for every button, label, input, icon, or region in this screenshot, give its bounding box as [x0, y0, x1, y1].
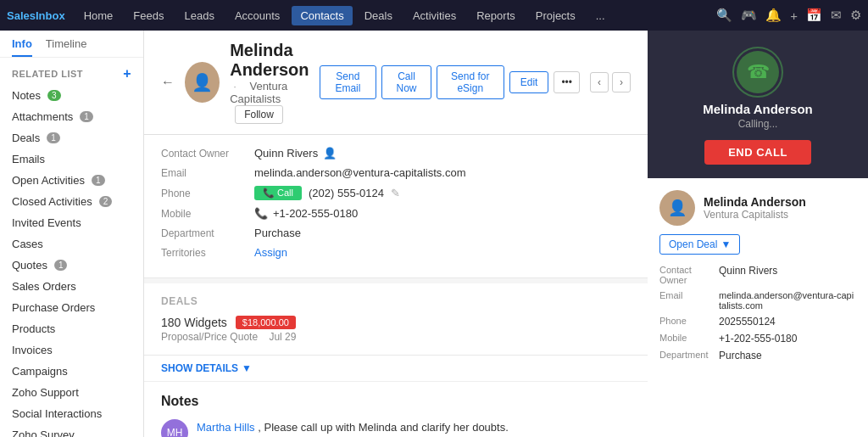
end-call-button[interactable]: END CALL: [704, 140, 811, 165]
related-list-title: RELATED LIST +: [0, 58, 143, 85]
sidebar-item-open-activities[interactable]: Open Activities 1: [0, 170, 143, 191]
top-navigation: SalesInbox Home Feeds Leads Accounts Con…: [0, 0, 868, 31]
phone-label: Phone: [161, 188, 254, 199]
sidebar-item-cases[interactable]: Cases: [0, 233, 143, 255]
department-label: Department: [161, 227, 254, 239]
territories-assign-link[interactable]: Assign: [254, 246, 287, 259]
card-phone-label: Phone: [659, 316, 719, 328]
contact-owner-row: Contact Owner Quinn Rivers 👤: [161, 147, 631, 160]
department-value: Purchase: [254, 227, 301, 239]
add-related-icon[interactable]: +: [123, 66, 131, 81]
nav-contacts[interactable]: Contacts: [292, 6, 352, 25]
card-email-value: melinda.anderson@ventura-capitalists.com: [719, 290, 856, 311]
back-button[interactable]: ←: [161, 75, 175, 90]
note-author-link-1[interactable]: Martha Hills: [197, 421, 255, 434]
notes-section: Notes MH Martha Hills , Please call up w…: [144, 382, 648, 437]
email-icon[interactable]: ✉: [831, 8, 842, 23]
bell-icon[interactable]: 🔔: [765, 8, 782, 23]
call-now-button[interactable]: Call Now: [381, 65, 431, 99]
sidebar-item-emails[interactable]: Emails: [0, 148, 143, 170]
contact-owner-value: Quinn Rivers: [254, 147, 318, 160]
contact-name-area: Melinda Anderson · Ventura Capitalists F…: [230, 41, 309, 124]
more-options-button[interactable]: •••: [554, 71, 580, 93]
sidebar-item-products[interactable]: Products: [0, 318, 143, 339]
contact-card: 👤 Melinda Anderson Ventura Capitalists O…: [648, 178, 868, 437]
calling-contact-name: Melinda Anderson: [703, 102, 812, 116]
territories-row: Territories Assign: [161, 246, 631, 259]
nav-accounts[interactable]: Accounts: [226, 6, 288, 25]
card-owner-label: Contact Owner: [659, 265, 719, 285]
contact-company: Ventura Capitalists: [230, 80, 287, 105]
search-icon[interactable]: 🔍: [716, 8, 732, 23]
sidebar-item-deals[interactable]: Deals 1: [0, 127, 143, 148]
sidebar-item-zoho-support[interactable]: Zoho Support: [0, 382, 143, 403]
sidebar-item-attachments[interactable]: Attachments 1: [0, 106, 143, 127]
mobile-call-icon: 📞: [254, 207, 268, 220]
sidebar-item-quotes[interactable]: Quotes 1: [0, 255, 143, 276]
attachments-badge: 1: [80, 111, 93, 122]
nav-leads[interactable]: Leads: [175, 6, 222, 25]
contact-avatar: 👤: [185, 62, 220, 103]
contact-details: Contact Owner Quinn Rivers 👤 Email melin…: [144, 135, 648, 278]
prev-contact-button[interactable]: ‹: [590, 72, 609, 92]
next-contact-button[interactable]: ›: [612, 72, 631, 92]
sidebar-item-notes[interactable]: Notes 3: [0, 85, 143, 106]
card-email-label: Email: [659, 290, 719, 311]
calling-widget: ☎ Melinda Anderson Calling... END CALL: [648, 31, 868, 178]
email-value: melinda.anderson@ventura-capitalists.com: [254, 166, 465, 179]
sidebar-tabs: Info Timeline: [0, 31, 143, 58]
sidebar-item-sales-orders[interactable]: Sales Orders: [0, 276, 143, 297]
contact-name: Melinda Anderson: [230, 41, 309, 79]
tab-timeline[interactable]: Timeline: [46, 37, 87, 57]
department-row: Department Purchase: [161, 227, 631, 239]
card-contact-name: Melinda Anderson: [704, 195, 806, 209]
brand-logo[interactable]: SalesInbox: [7, 9, 65, 22]
send-email-button[interactable]: Send Email: [320, 65, 377, 99]
nav-reports[interactable]: Reports: [468, 6, 524, 25]
note-content-1: Martha Hills , Please call up with Melin…: [197, 419, 631, 437]
nav-activities[interactable]: Activities: [404, 6, 465, 25]
sidebar-item-campaigns[interactable]: Campaigns: [0, 361, 143, 382]
sidebar-item-social-interactions[interactable]: Social Interactions: [0, 403, 143, 424]
follow-button[interactable]: Follow: [235, 105, 283, 124]
sidebar-item-invited-events[interactable]: Invited Events: [0, 212, 143, 233]
quotes-badge: 1: [54, 260, 68, 271]
card-owner-value: Quinn Rivers: [719, 265, 777, 285]
email-row: Email melinda.anderson@ventura-capitalis…: [161, 166, 631, 179]
phone-call-button[interactable]: 📞 Call: [254, 186, 302, 200]
phone-value: (202) 555-0124: [309, 187, 384, 199]
sidebar-item-closed-activities[interactable]: Closed Activities 2: [0, 191, 143, 212]
settings-icon[interactable]: ⚙: [850, 8, 861, 23]
contact-header: ← 👤 Melinda Anderson · Ventura Capitalis…: [144, 31, 648, 135]
show-details-button[interactable]: SHOW DETAILS ▼: [161, 362, 252, 374]
open-deal-button[interactable]: Open Deal ▼: [659, 234, 740, 255]
nav-projects[interactable]: Projects: [527, 6, 584, 25]
sidebar-item-invoices[interactable]: Invoices: [0, 339, 143, 361]
sidebar-item-purchase-orders[interactable]: Purchase Orders: [0, 297, 143, 318]
nav-deals[interactable]: Deals: [356, 6, 401, 25]
card-department-row: Department Purchase: [659, 350, 856, 361]
open-activities-badge: 1: [92, 175, 105, 186]
tab-info[interactable]: Info: [12, 37, 32, 57]
card-mobile-row: Mobile +1-202-555-0180: [659, 333, 856, 345]
mobile-label: Mobile: [161, 208, 254, 220]
plus-icon[interactable]: +: [790, 8, 798, 23]
edit-button[interactable]: Edit: [509, 71, 549, 93]
phone-edit-icon[interactable]: ✎: [391, 187, 400, 199]
nav-more[interactable]: ...: [587, 6, 614, 25]
calendar-icon[interactable]: 📅: [806, 8, 822, 23]
sidebar-item-zoho-survey[interactable]: Zoho Survey: [0, 424, 143, 437]
deal-name[interactable]: 180 Widgets: [161, 316, 227, 329]
nav-home[interactable]: Home: [75, 6, 122, 25]
gamepad-icon[interactable]: 🎮: [741, 8, 757, 23]
card-mobile-label: Mobile: [659, 333, 719, 345]
nav-feeds[interactable]: Feeds: [125, 6, 172, 25]
deal-amount: $18,000.00: [236, 316, 296, 329]
card-contact-company: Ventura Capitalists: [704, 209, 806, 221]
main-content: ← 👤 Melinda Anderson · Ventura Capitalis…: [144, 31, 648, 437]
contact-owner-label: Contact Owner: [161, 148, 254, 160]
card-name-area: Melinda Anderson Ventura Capitalists: [704, 195, 806, 221]
card-mobile-value: +1-202-555-0180: [719, 333, 797, 345]
card-avatar: 👤: [659, 190, 695, 226]
send-esign-button[interactable]: Send for eSign: [437, 65, 504, 99]
